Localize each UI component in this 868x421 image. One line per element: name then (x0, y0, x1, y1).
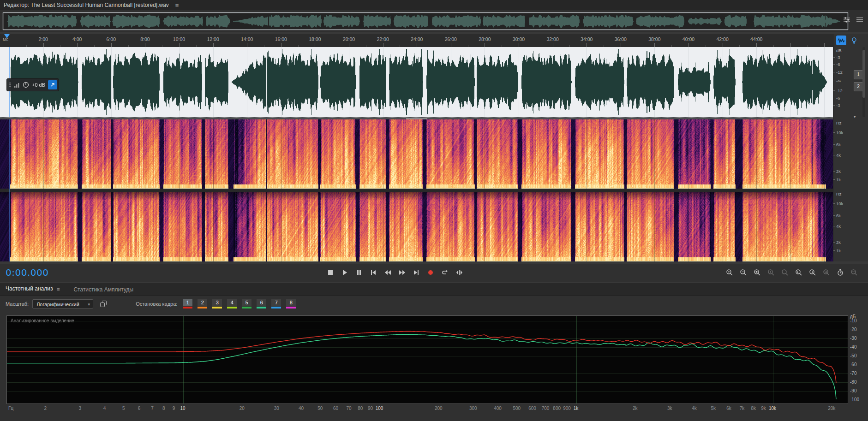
ruler-tick (281, 43, 281, 47)
zoom-out-time-button[interactable] (739, 268, 748, 277)
timeline-ruler[interactable]: мс 2:004:006:008:0010:0012:0014:0016:001… (0, 34, 833, 47)
db-tick-mark (833, 98, 835, 98)
db-tick-mark (833, 81, 835, 81)
spectral-view-toggle[interactable] (849, 36, 859, 45)
hold-button-3[interactable]: 3 (212, 299, 222, 308)
skip-to-end-icon (413, 269, 419, 276)
db-axis: дБ -10-20-30-40-50-60-70-80-90-100 (850, 315, 868, 408)
db-axis-tick-label: -60 (850, 362, 856, 367)
scrollbar-thumb[interactable] (862, 50, 865, 98)
ruler-tick (824, 43, 825, 47)
frequency-tick-label: 20k (828, 406, 835, 411)
scale-select[interactable]: Логарифмический ▾ (32, 299, 93, 308)
zoom-to-out-point-button[interactable] (808, 268, 817, 277)
knob-icon[interactable] (23, 82, 29, 88)
timer-record-button[interactable] (836, 268, 845, 277)
play-button[interactable] (339, 268, 350, 277)
ruler-tick-label: 18:00 (309, 36, 321, 42)
tab-frequency-analysis[interactable]: Частотный анализ ≡ (6, 285, 60, 293)
zoom-to-in-point-button[interactable] (794, 268, 803, 277)
hold-button-6[interactable]: 6 (257, 299, 266, 308)
zoom-in-time-button[interactable] (725, 268, 734, 277)
arrow-out-button[interactable] (48, 80, 57, 89)
db-axis-tick-label: -30 (850, 336, 856, 341)
frequency-tick-label: 10k (769, 406, 776, 411)
stop-button[interactable] (325, 268, 336, 277)
db-axis-tick-label: -100 (850, 397, 859, 402)
ruler-tick-label: 40:00 (682, 36, 694, 42)
channel-1-button[interactable]: 1 (854, 70, 863, 79)
copy-data-button[interactable] (99, 299, 108, 308)
hold-button-8[interactable]: 8 (286, 299, 296, 308)
zoom-out-amplitude-button[interactable] (780, 268, 790, 277)
db-tick-label: -12 (836, 88, 843, 93)
hold-button-4[interactable]: 4 (227, 299, 237, 308)
pause-button[interactable] (353, 268, 365, 277)
frequency-tick-label: 30 (274, 406, 279, 411)
gain-value[interactable]: +0 dB (32, 82, 45, 88)
ruler-tick-label: 32:00 (546, 36, 558, 42)
skip-to-start-button[interactable] (368, 268, 379, 277)
zoom-to-selection-button[interactable] (753, 268, 762, 277)
hold-color-bar (242, 307, 251, 308)
channel-2-button[interactable]: 2 (854, 82, 863, 91)
rewind-button[interactable] (382, 268, 393, 277)
hold-button-7[interactable]: 7 (271, 299, 281, 308)
mixer-sliders-icon[interactable] (843, 17, 850, 23)
ruler-tick (553, 43, 553, 47)
playhead-marker[interactable] (4, 34, 10, 38)
frequency-tick-label: 800 (553, 406, 561, 411)
hold-button-1[interactable]: 1 (183, 299, 192, 308)
hz-tick-label: 6k (836, 142, 841, 147)
play-icon (341, 269, 348, 276)
overview-waveform[interactable] (2, 12, 849, 30)
record-button[interactable] (425, 268, 436, 277)
fast-forward-button[interactable] (396, 268, 407, 277)
hz-tick-label: 2k (836, 240, 841, 245)
frequency-tick-label: 1k (574, 406, 579, 411)
spectral-view-icon (851, 37, 857, 44)
grip-dots-icon[interactable] (8, 82, 11, 88)
skip-selection-icon (456, 269, 463, 276)
hold-button-5[interactable]: 5 (242, 299, 251, 308)
hold-label: Остановка кадра: (136, 301, 177, 307)
panel-menu-icon[interactable]: ≡ (175, 2, 179, 9)
panel-menu-icon[interactable]: ≡ (56, 286, 60, 293)
time-display[interactable]: 0:00.000 (6, 267, 48, 278)
skip-to-end-button[interactable] (411, 268, 422, 277)
frequency-tick-label: 900 (563, 406, 571, 411)
zoom-in-amplitude-button[interactable] (766, 268, 776, 277)
ruler-tick-label: 36:00 (615, 36, 627, 42)
ruler-tick-label: 2:00 (38, 36, 48, 42)
frequency-tick-label: 500 (513, 406, 521, 411)
db-axis-tick-label: -50 (850, 353, 856, 358)
hold-button-2[interactable]: 2 (198, 299, 207, 308)
ruler-tick (723, 43, 723, 47)
skip-selection-button[interactable] (454, 268, 465, 277)
frequency-graph-canvas[interactable] (7, 316, 848, 403)
hold-button-label: 1 (183, 299, 192, 306)
ruler-tick-label: 6:00 (107, 36, 116, 42)
zoom-reset-button[interactable] (822, 268, 831, 277)
spectral-display[interactable] (0, 119, 833, 261)
hz-tick-label: 4k (836, 153, 841, 158)
frequency-tick-label: 5k (711, 406, 716, 411)
frequency-graph[interactable]: Анализированное выделение (6, 315, 848, 404)
ruler-tick-label: 38:00 (648, 36, 660, 42)
skip-to-start-icon (370, 269, 377, 276)
analysis-tab-bar: Частотный анализ ≡ Статистика Амплитуды (0, 283, 868, 296)
tab-amplitude-statistics[interactable]: Статистика Амплитуды (73, 286, 133, 293)
hz-tick-label: 2k (836, 169, 841, 174)
waveform-view-toggle[interactable] (836, 36, 846, 45)
magnifier-in-point-icon (795, 269, 802, 276)
waveform-display[interactable] (0, 47, 833, 117)
ruler-tick-label: 24:00 (411, 36, 423, 42)
zoom-full-button[interactable] (850, 268, 859, 277)
ruler-tick-label: 14:00 (241, 36, 253, 42)
hold-color-bar (271, 307, 281, 308)
hold-button-label: 7 (271, 299, 281, 306)
panel-list-icon[interactable] (856, 17, 863, 23)
chevron-down-icon[interactable]: ▾ (854, 114, 856, 119)
loop-playback-button[interactable] (439, 268, 450, 277)
analysis-controls: Масштаб: Логарифмический ▾ Остановка кад… (0, 296, 868, 312)
